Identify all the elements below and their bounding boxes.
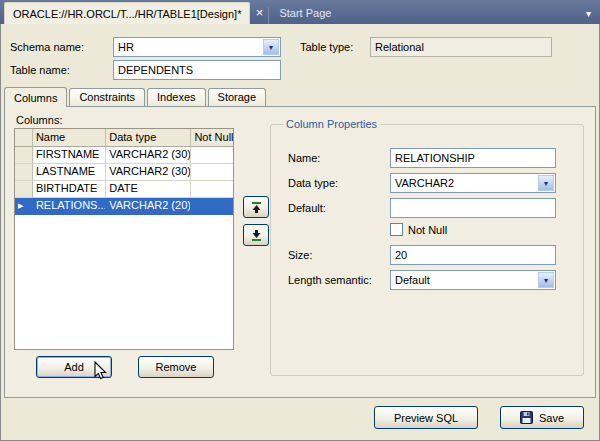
move-down-icon: [250, 229, 263, 242]
current-row-marker-icon[interactable]: ▶: [15, 198, 33, 215]
tab-storage[interactable]: Storage: [208, 88, 267, 106]
schema-name-label: Schema name:: [10, 41, 84, 53]
tab-list-dropdown-icon[interactable]: ▾: [586, 8, 600, 24]
cell-name: RELATIONS...: [33, 198, 106, 215]
document-tab[interactable]: ORACLE://HR.ORCL/T.../HR/TABLE1[Design]*: [4, 2, 250, 24]
data-type-label: Data type:: [288, 177, 338, 189]
columns-grid-header: Name Data type Not Null: [15, 129, 233, 147]
schema-name-value: HR: [118, 41, 262, 53]
row-selector[interactable]: [15, 164, 33, 181]
columns-grid: Name Data type Not Null FIRSTNAME VARCHA…: [14, 128, 234, 350]
size-label: Size:: [288, 249, 312, 261]
not-null-checkbox[interactable]: [390, 223, 403, 236]
save-icon: [520, 411, 533, 424]
cell-name: BIRTHDATE: [33, 181, 106, 198]
cell-name: LASTNAME: [33, 164, 106, 181]
row-selector[interactable]: [15, 181, 33, 198]
tab-constraints[interactable]: Constraints: [69, 88, 145, 106]
preview-sql-button[interactable]: Preview SQL: [374, 406, 478, 429]
start-page-tab-label: Start Page: [279, 7, 331, 19]
cell-not-null: [191, 164, 233, 181]
columns-list-label: Columns:: [16, 114, 62, 126]
name-label: Name:: [288, 152, 320, 164]
chevron-down-icon[interactable]: ▼: [263, 39, 279, 55]
move-column-down-button[interactable]: [243, 224, 269, 246]
column-header-not-null: Not Null: [191, 129, 233, 147]
not-null-checkbox-label: Not Null: [408, 224, 447, 236]
close-tab-icon[interactable]: ×: [250, 5, 268, 24]
row-selector-header: [15, 129, 33, 147]
table-row[interactable]: FIRSTNAME VARCHAR2 (30): [15, 147, 233, 164]
table-row-selected[interactable]: ▶ RELATIONS... VARCHAR2 (20): [15, 198, 233, 215]
cell-data-type: VARCHAR2 (30): [106, 164, 191, 181]
table-name-input[interactable]: [113, 60, 281, 80]
designer-tab-strip: Columns Constraints Indexes Storage: [4, 86, 268, 106]
save-button[interactable]: Save: [500, 406, 584, 429]
cell-data-type: DATE: [106, 181, 191, 198]
move-column-up-button[interactable]: [243, 196, 269, 218]
tab-columns[interactable]: Columns: [4, 87, 67, 107]
move-up-icon: [250, 201, 263, 214]
table-name-label: Table name:: [10, 64, 70, 76]
column-properties-title: Column Properties: [283, 118, 380, 130]
cell-not-null: [191, 198, 233, 215]
default-label: Default:: [288, 202, 326, 214]
cell-data-type: VARCHAR2 (30): [106, 147, 191, 164]
cell-not-null: [191, 181, 233, 198]
cell-data-type: VARCHAR2 (20): [106, 198, 191, 215]
column-name-input[interactable]: [390, 148, 556, 168]
remove-column-button[interactable]: Remove: [138, 356, 214, 378]
row-selector[interactable]: [15, 147, 33, 164]
length-semantic-label: Length semantic:: [288, 274, 372, 286]
mouse-cursor-icon: [94, 361, 107, 381]
start-page-tab[interactable]: Start Page: [268, 7, 343, 24]
save-button-label: Save: [539, 412, 564, 424]
cell-name: FIRSTNAME: [33, 147, 106, 164]
size-input[interactable]: [390, 245, 556, 265]
cell-not-null: [191, 147, 233, 164]
table-designer-window: ORACLE://HR.ORCL/T.../HR/TABLE1[Design]*…: [0, 0, 600, 441]
table-type-label: Table type:: [300, 41, 353, 53]
table-row[interactable]: LASTNAME VARCHAR2 (30): [15, 164, 233, 181]
column-header-data-type: Data type: [106, 129, 191, 147]
document-tab-bar: ORACLE://HR.ORCL/T.../HR/TABLE1[Design]*…: [0, 0, 600, 24]
chevron-down-icon[interactable]: ▼: [538, 272, 554, 288]
schema-name-select[interactable]: HR ▼: [113, 37, 281, 57]
table-row[interactable]: BIRTHDATE DATE: [15, 181, 233, 198]
length-semantic-select[interactable]: Default ▼: [390, 270, 556, 290]
length-semantic-value: Default: [395, 274, 537, 286]
tab-indexes[interactable]: Indexes: [147, 88, 206, 106]
chevron-down-icon[interactable]: ▼: [538, 175, 554, 191]
table-type-field: Relational: [370, 37, 552, 57]
document-tab-label: ORACLE://HR.ORCL/T.../HR/TABLE1[Design]*: [13, 8, 241, 20]
data-type-value: VARCHAR2: [395, 177, 537, 189]
data-type-select[interactable]: VARCHAR2 ▼: [390, 173, 556, 193]
default-value-input[interactable]: [390, 198, 556, 218]
column-header-name: Name: [33, 129, 106, 147]
